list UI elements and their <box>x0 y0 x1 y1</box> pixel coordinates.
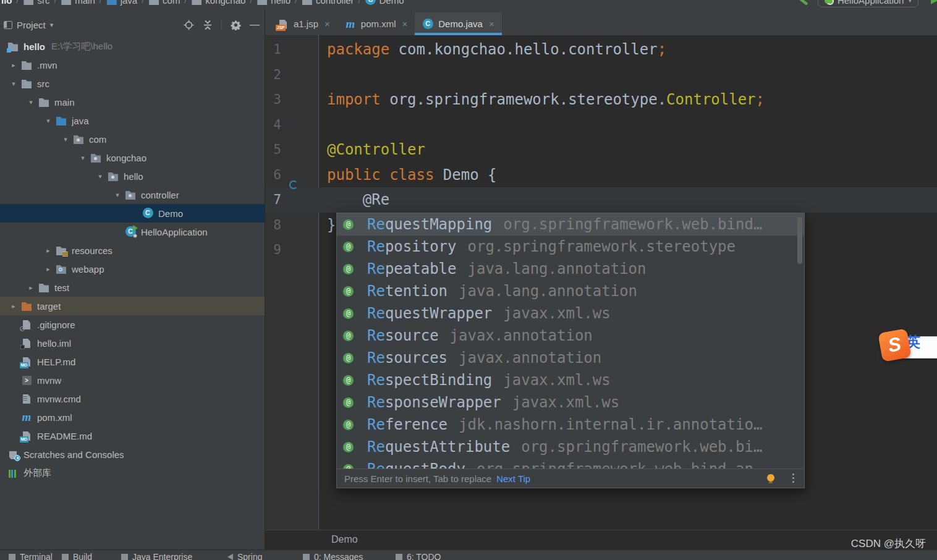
chevron-down-icon[interactable]: ▾ <box>75 154 90 162</box>
tree-row-src[interactable]: ▾src <box>0 74 265 93</box>
tree-row-test[interactable]: ▸test <box>0 278 265 297</box>
completion-item-Reference[interactable]: @Referencejdk.nashorn.internal.ir.annota… <box>337 414 804 436</box>
tree-row-mvnw.cmd[interactable]: mvnw.cmd <box>0 389 265 408</box>
lightbulb-icon[interactable] <box>767 474 774 482</box>
toolwindow-button-0: Messages[interactable]: 0: Messages <box>303 552 363 560</box>
completion-list: @RequestMappingorg.springframework.web.b… <box>337 213 804 469</box>
locate-file-icon[interactable] <box>184 20 194 30</box>
annotation-icon: @ <box>343 331 354 341</box>
tree-row-webapp[interactable]: ▸webapp <box>0 260 265 278</box>
close-icon[interactable]: × <box>324 19 330 29</box>
tree-row-com[interactable]: ▾com <box>0 130 265 148</box>
spring-bean-gutter-icon[interactable] <box>287 179 298 189</box>
matched-prefix: Re <box>367 416 385 433</box>
collapse-all-icon[interactable] <box>203 20 213 30</box>
breadcrumb-item-main[interactable]: main <box>61 0 95 6</box>
tree-row-mvnw[interactable]: >mvnw <box>0 371 265 389</box>
close-icon[interactable]: × <box>402 19 407 29</box>
popup-scrollbar-thumb[interactable] <box>797 217 802 264</box>
toolwindow-button-Spring[interactable]: Spring <box>227 552 262 560</box>
toolwindow-button-Build[interactable]: Build <box>62 552 92 560</box>
kebab-menu-icon[interactable] <box>792 473 794 475</box>
tree-row-.mvn[interactable]: ▸.mvn <box>0 56 265 74</box>
tree-row-README.md[interactable]: MDREADME.md <box>0 426 265 445</box>
package-icon <box>125 190 136 200</box>
completion-item-Retention[interactable]: @Retentionjava.lang.annotation <box>337 280 804 302</box>
chevron-right-icon[interactable]: ▸ <box>6 61 21 69</box>
completion-name: Retention <box>367 282 447 300</box>
tree-row-hello[interactable]: ▾hello <box>0 167 265 185</box>
tree-row-.gitignore[interactable]: .gitignore <box>0 315 265 334</box>
chevron-down-icon[interactable]: ▾ <box>23 98 38 106</box>
toolwindow-button-6: TODO[interactable]: 6: TODO <box>396 552 441 560</box>
folder-icon <box>21 60 32 70</box>
completion-item-RequestWrapper[interactable]: @RequestWrapperjavax.xml.ws <box>337 302 804 325</box>
completion-item-Resource[interactable]: @Resourcejavax.annotation <box>337 325 804 347</box>
completion-item-RequestBody[interactable]: @RequestBodyorg.springframework.web.bind… <box>337 458 804 469</box>
tree-row-HELP.md[interactable]: MDHELP.md <box>0 352 265 371</box>
breadcrumb-item-src[interactable]: src <box>23 0 49 6</box>
chevron-right-icon[interactable]: ▸ <box>41 247 56 255</box>
tree-row-kongchao[interactable]: ▾kongchao <box>0 148 265 167</box>
chevron-down-icon[interactable]: ▾ <box>110 191 125 199</box>
project-panel-title[interactable]: Project ▾ <box>4 20 53 30</box>
tree-row-target[interactable]: ▸target <box>0 297 265 315</box>
toolwindow-button-Java Enterprise[interactable]: Java Enterprise <box>121 552 192 560</box>
chevron-down-icon[interactable]: ▾ <box>93 172 108 180</box>
breadcrumb-item-hello[interactable]: hello <box>257 0 290 6</box>
completion-package: org.springframework.web.bind… <box>503 216 762 233</box>
tree-row-hello[interactable]: helloE:\学习吧\hello <box>0 37 265 56</box>
annotation-icon: @ <box>343 264 354 274</box>
chevron-right-icon[interactable]: ▸ <box>23 284 38 292</box>
tree-row-resources[interactable]: ▸resources <box>0 241 265 260</box>
chevron-down-icon[interactable]: ▾ <box>41 117 56 125</box>
gear-icon[interactable] <box>231 20 241 30</box>
breadcrumb-item-controller[interactable]: controller <box>302 0 354 6</box>
run-button[interactable] <box>930 0 937 5</box>
breadcrumb-item-Demo[interactable]: CDemo <box>365 0 404 6</box>
panel-splitter[interactable] <box>265 9 265 549</box>
breadcrumb-item-llo[interactable]: llo <box>1 0 12 6</box>
completion-item-Repository[interactable]: @Repositoryorg.springframework.stereotyp… <box>337 235 804 258</box>
line-number: 2 <box>266 62 281 88</box>
completion-item-RespectBinding[interactable]: @RespectBindingjavax.xml.ws <box>337 369 804 391</box>
build-chevron-icon[interactable] <box>798 0 810 6</box>
tree-row-java[interactable]: ▾java <box>0 111 265 130</box>
completion-item-ResponseWrapper[interactable]: @ResponseWrapperjavax.xml.ws <box>337 391 804 414</box>
breadcrumb-item-kongchao[interactable]: kongchao <box>191 0 245 6</box>
sogou-logo-icon[interactable]: S <box>878 328 911 362</box>
tab-Demo.java[interactable]: CDemo.java× <box>415 12 501 35</box>
navigation-bar: llo/src/main/java/com/kongchao/hello/con… <box>0 0 937 9</box>
toolwindow-button-Terminal[interactable]: Terminal <box>9 552 53 560</box>
completion-item-RequestAttribute[interactable]: @RequestAttributeorg.springframework.web… <box>337 436 804 458</box>
tree-row-controller[interactable]: ▾controller <box>0 185 265 204</box>
breadcrumb-item-com[interactable]: com <box>148 0 180 6</box>
completion-item-Repeatable[interactable]: @Repeatablejava.lang.annotation <box>337 258 804 280</box>
tree-row-HelloApplication[interactable]: CHelloApplication <box>0 223 265 241</box>
completion-item-Resources[interactable]: @Resourcesjavax.annotation <box>337 347 804 369</box>
jsp-icon: JSP <box>278 19 289 29</box>
folder-res-icon <box>56 245 67 255</box>
tree-row-hello.iml[interactable]: hello.iml <box>0 334 265 352</box>
breadcrumb-item-demo[interactable]: Demo <box>331 534 358 545</box>
tab-pom.xml[interactable]: mpom.xml× <box>337 12 415 35</box>
name-rest: ference <box>385 416 447 433</box>
tree-row-pom.xml[interactable]: mpom.xml <box>0 408 265 426</box>
chevron-right-icon[interactable]: ▸ <box>6 302 21 310</box>
tree-row-Demo[interactable]: CDemo <box>0 204 265 223</box>
tab-a1.jsp[interactable]: JSPa1.jsp× <box>270 12 337 35</box>
completion-item-RequestMapping[interactable]: @RequestMappingorg.springframework.web.b… <box>337 213 804 235</box>
run-configuration-select[interactable]: HelloApplication ▾ <box>818 0 918 7</box>
breadcrumb-item-java[interactable]: java <box>106 0 138 6</box>
code-editor[interactable]: 123456789 package com.kongchao.hello.con… <box>265 35 937 530</box>
tree-row-外部库[interactable]: 外部库 <box>0 464 265 482</box>
chevron-down-icon[interactable]: ▾ <box>6 80 21 88</box>
hide-panel-icon[interactable]: — <box>250 20 260 30</box>
tree-row-main[interactable]: ▾main <box>0 93 265 111</box>
chevron-down-icon[interactable]: ▾ <box>58 135 73 143</box>
next-tip-link[interactable]: Next Tip <box>496 473 530 484</box>
tree-row-Scratches and Consoles[interactable]: Scratches and Consoles <box>0 445 265 464</box>
close-icon[interactable]: × <box>489 19 494 29</box>
completion-name: Reference <box>367 416 447 433</box>
chevron-right-icon[interactable]: ▸ <box>41 265 56 273</box>
